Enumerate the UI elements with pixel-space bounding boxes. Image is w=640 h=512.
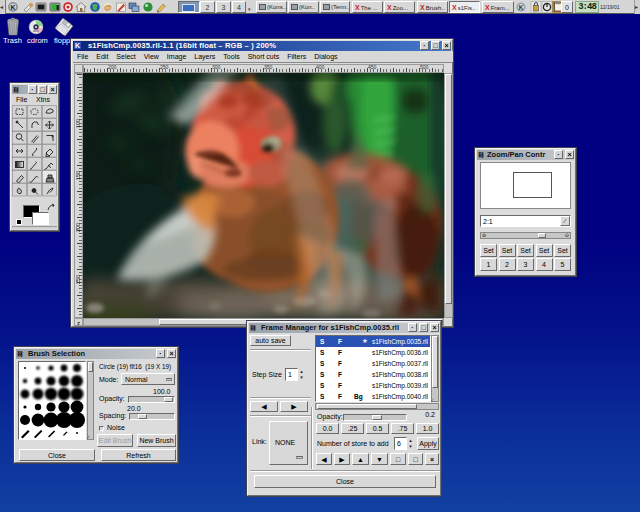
svg-text:K: K bbox=[10, 4, 15, 11]
svg-text:@: @ bbox=[104, 3, 112, 12]
svg-text:disc: disc bbox=[33, 29, 39, 33]
svg-text:K: K bbox=[519, 4, 524, 11]
